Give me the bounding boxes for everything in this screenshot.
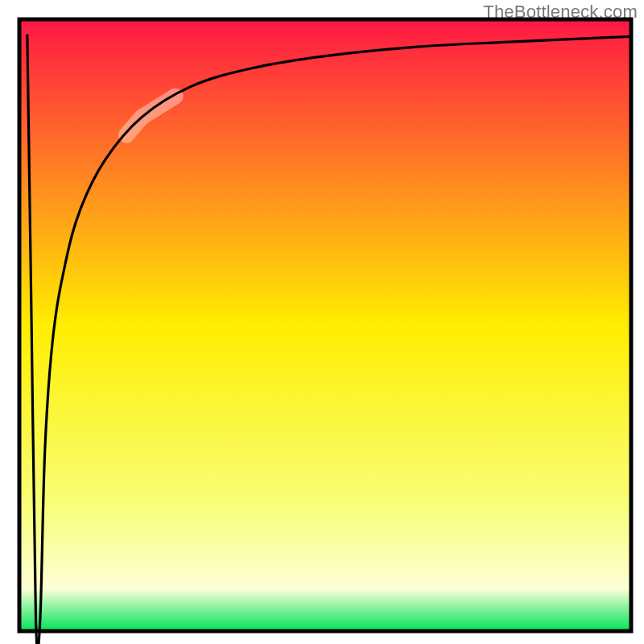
plot-background-gradient	[19, 19, 631, 631]
bottleneck-chart: TheBottleneck.com	[0, 0, 644, 644]
plot-svg	[0, 0, 644, 644]
